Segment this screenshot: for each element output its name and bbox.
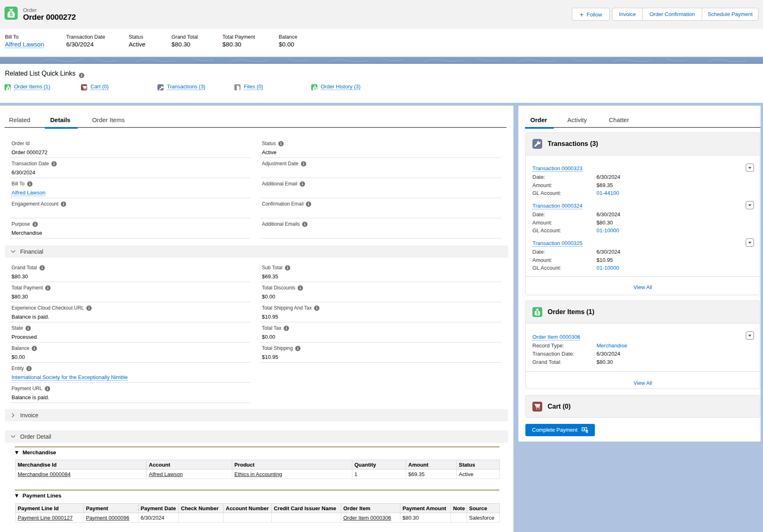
svg-text:$: $ (536, 311, 539, 315)
svg-text:$: $ (9, 11, 13, 17)
